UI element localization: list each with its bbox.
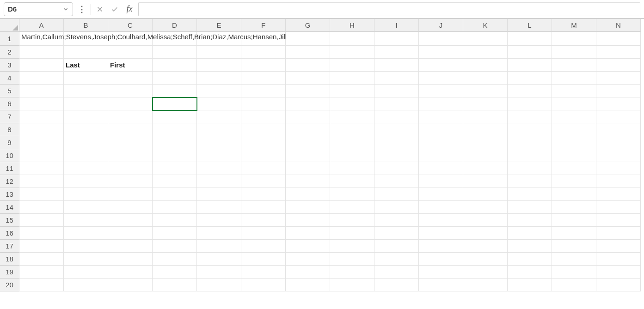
cell-M1[interactable] (552, 32, 596, 46)
cell-J8[interactable] (419, 123, 463, 136)
column-header-B[interactable]: B (64, 19, 108, 32)
cell-E13[interactable] (197, 188, 241, 201)
cell-H6[interactable] (330, 97, 374, 110)
cell-G13[interactable] (286, 188, 330, 201)
cell-J13[interactable] (419, 188, 463, 201)
row-header-1[interactable]: 1 (0, 32, 19, 46)
cell-H20[interactable] (330, 279, 374, 291)
cell-N19[interactable] (596, 266, 641, 279)
cell-J14[interactable] (419, 201, 463, 214)
cell-M9[interactable] (552, 136, 596, 149)
cell-D12[interactable] (153, 175, 197, 188)
cell-L14[interactable] (508, 201, 552, 214)
cell-J19[interactable] (419, 266, 463, 279)
cell-L11[interactable] (508, 162, 552, 175)
cell-N16[interactable] (596, 227, 641, 240)
cell-F12[interactable] (241, 175, 286, 188)
row-header-15[interactable]: 15 (0, 214, 19, 227)
cell-B17[interactable] (64, 240, 108, 253)
cell-A19[interactable] (19, 266, 64, 279)
cell-I11[interactable] (374, 162, 419, 175)
cell-G14[interactable] (286, 201, 330, 214)
cell-M6[interactable] (552, 97, 596, 110)
cell-C13[interactable] (108, 188, 153, 201)
cell-I1[interactable] (374, 32, 419, 46)
cell-M11[interactable] (552, 162, 596, 175)
cell-A7[interactable] (19, 110, 64, 123)
cell-J1[interactable] (419, 32, 463, 46)
cell-H17[interactable] (330, 240, 374, 253)
cell-E12[interactable] (197, 175, 241, 188)
cell-I4[interactable] (374, 72, 419, 85)
cell-L6[interactable] (508, 97, 552, 110)
enter-button[interactable] (109, 3, 121, 15)
cell-G12[interactable] (286, 175, 330, 188)
column-header-G[interactable]: G (286, 19, 330, 32)
cell-M5[interactable] (552, 85, 596, 97)
cell-B20[interactable] (64, 279, 108, 291)
cell-E3[interactable] (197, 59, 241, 72)
cell-B4[interactable] (64, 72, 108, 85)
cell-A10[interactable] (19, 149, 64, 162)
column-header-D[interactable]: D (153, 19, 197, 32)
cell-K2[interactable] (463, 46, 508, 59)
cell-G8[interactable] (286, 123, 330, 136)
row-header-19[interactable]: 19 (0, 266, 19, 279)
column-header-F[interactable]: F (241, 19, 286, 32)
cell-F17[interactable] (241, 240, 286, 253)
cell-I18[interactable] (374, 253, 419, 266)
cell-N15[interactable] (596, 214, 641, 227)
cell-J5[interactable] (419, 85, 463, 97)
cell-L20[interactable] (508, 279, 552, 291)
cell-C8[interactable] (108, 123, 153, 136)
cell-E2[interactable] (197, 46, 241, 59)
cell-I15[interactable] (374, 214, 419, 227)
cell-K14[interactable] (463, 201, 508, 214)
cell-K15[interactable] (463, 214, 508, 227)
row-header-13[interactable]: 13 (0, 188, 19, 201)
cell-M10[interactable] (552, 149, 596, 162)
cell-B6[interactable] (64, 97, 108, 110)
cell-F6[interactable] (241, 97, 286, 110)
row-header-20[interactable]: 20 (0, 279, 19, 291)
cell-M8[interactable] (552, 123, 596, 136)
cell-M17[interactable] (552, 240, 596, 253)
cell-F15[interactable] (241, 214, 286, 227)
cell-E1[interactable] (197, 32, 241, 46)
cell-N11[interactable] (596, 162, 641, 175)
row-header-17[interactable]: 17 (0, 240, 19, 253)
cell-A16[interactable] (19, 227, 64, 240)
cell-H2[interactable] (330, 46, 374, 59)
row-header-16[interactable]: 16 (0, 227, 19, 240)
cell-E17[interactable] (197, 240, 241, 253)
cell-G1[interactable] (286, 32, 330, 46)
cell-M13[interactable] (552, 188, 596, 201)
cell-A8[interactable] (19, 123, 64, 136)
column-header-M[interactable]: M (552, 19, 596, 32)
row-header-5[interactable]: 5 (0, 85, 19, 97)
cell-A2[interactable] (19, 46, 64, 59)
cell-K6[interactable] (463, 97, 508, 110)
cell-D4[interactable] (153, 72, 197, 85)
cell-K4[interactable] (463, 72, 508, 85)
cell-J10[interactable] (419, 149, 463, 162)
cell-I17[interactable] (374, 240, 419, 253)
cell-F9[interactable] (241, 136, 286, 149)
cell-D11[interactable] (153, 162, 197, 175)
cell-M15[interactable] (552, 214, 596, 227)
cell-A14[interactable] (19, 201, 64, 214)
column-header-C[interactable]: C (108, 19, 153, 32)
column-header-A[interactable]: A (19, 19, 64, 32)
cell-G5[interactable] (286, 85, 330, 97)
cell-A3[interactable] (19, 59, 64, 72)
cell-M18[interactable] (552, 253, 596, 266)
row-header-18[interactable]: 18 (0, 253, 19, 266)
cell-K9[interactable] (463, 136, 508, 149)
cell-D13[interactable] (153, 188, 197, 201)
cell-N2[interactable] (596, 46, 641, 59)
cell-N8[interactable] (596, 123, 641, 136)
cell-B10[interactable] (64, 149, 108, 162)
cell-F7[interactable] (241, 110, 286, 123)
cell-J3[interactable] (419, 59, 463, 72)
cell-A9[interactable] (19, 136, 64, 149)
